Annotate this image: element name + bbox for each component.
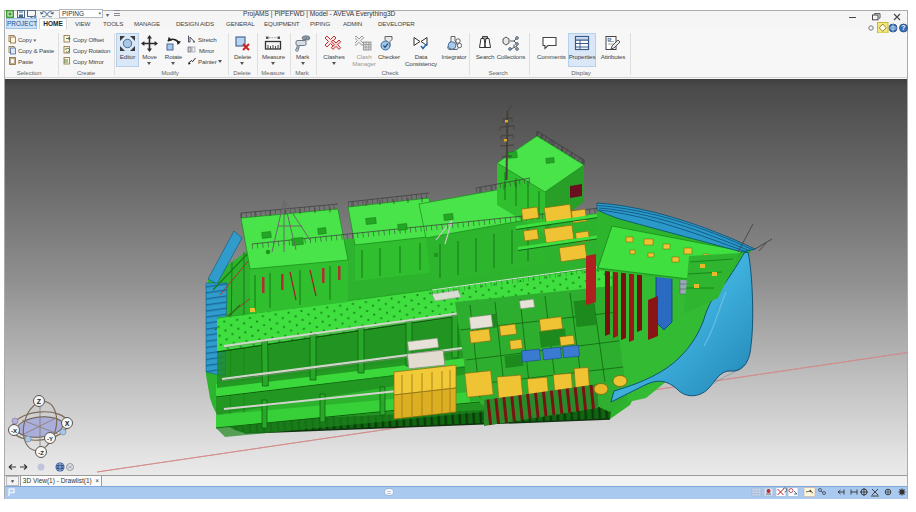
svg-text:?: ? [902, 24, 906, 31]
